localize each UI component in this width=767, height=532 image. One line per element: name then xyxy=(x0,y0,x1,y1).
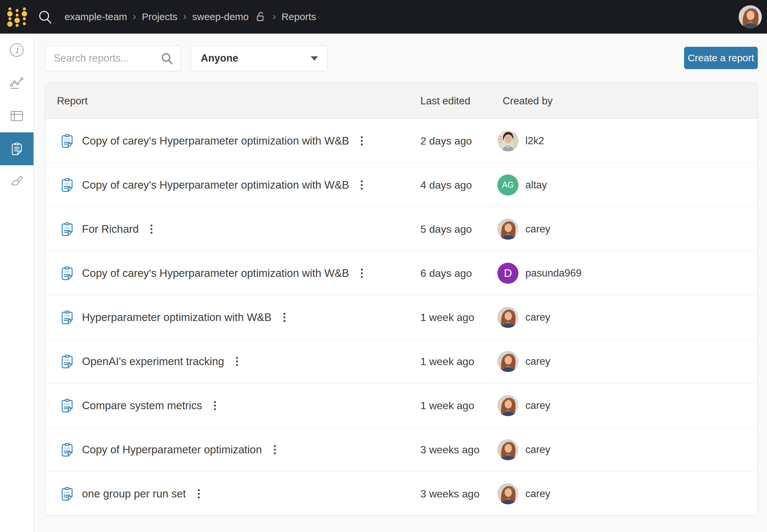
create-report-button[interactable]: Create a report xyxy=(684,47,758,69)
sidebar-item-sweeps[interactable] xyxy=(0,165,34,198)
table-row[interactable]: OpenAI's experiment tracking 1 week ago … xyxy=(45,339,757,384)
sidebar-item-overview[interactable]: i xyxy=(0,34,34,67)
table-row[interactable]: Copy of carey's Hyperparameter optimizat… xyxy=(45,163,757,207)
report-icon xyxy=(59,441,75,458)
column-header-last-edited: Last edited xyxy=(420,95,470,107)
last-edited-text: 6 days ago xyxy=(420,267,472,279)
chart-icon xyxy=(9,75,24,91)
report-icon xyxy=(59,221,75,237)
creator-avatar[interactable] xyxy=(497,307,518,328)
creator-avatar[interactable] xyxy=(497,130,518,151)
breadcrumb-separator: › xyxy=(183,11,187,21)
search-reports-box[interactable] xyxy=(45,45,181,71)
reports-toolbar: Anyone Create a report xyxy=(34,34,767,83)
creator-name[interactable]: l2k2 xyxy=(525,135,544,147)
report-title[interactable]: For Richard xyxy=(82,223,139,235)
creator-name[interactable]: carey xyxy=(525,311,550,323)
breadcrumb: example-team›Projects›sweep-demo ›Report… xyxy=(65,11,316,23)
breadcrumb-item-Projects[interactable]: Projects xyxy=(142,11,177,22)
table-row[interactable]: Hyperparameter optimization with W&B 1 w… xyxy=(45,295,757,339)
creator-avatar[interactable]: AG xyxy=(497,174,518,196)
kebab-menu-icon[interactable] xyxy=(357,178,366,192)
report-title[interactable]: Hyperparameter optimization with W&B xyxy=(82,311,272,324)
breadcrumb-item-example-team[interactable]: example-team xyxy=(65,11,127,22)
top-navbar: example-team›Projects›sweep-demo ›Report… xyxy=(0,0,767,34)
creator-name[interactable]: altay xyxy=(525,179,547,191)
breadcrumb-separator: › xyxy=(133,11,136,21)
report-title[interactable]: Copy of carey's Hyperparameter optimizat… xyxy=(82,267,349,279)
creator-filter-dropdown[interactable]: Anyone xyxy=(191,45,328,71)
report-title[interactable]: one group per run set xyxy=(82,488,186,500)
creator-avatar[interactable] xyxy=(497,219,518,240)
report-title[interactable]: Copy of Hyperparameter optimization xyxy=(82,443,262,456)
clipboard-icon xyxy=(9,141,24,156)
reports-table: Report Last edited Created by Copy of ca… xyxy=(45,83,758,516)
wandb-logo-icon[interactable] xyxy=(7,6,28,28)
creator-name[interactable]: carey xyxy=(525,356,550,367)
sidebar-item-table[interactable] xyxy=(0,99,34,132)
creator-name[interactable]: pasunda969 xyxy=(525,267,582,279)
report-icon xyxy=(59,397,75,414)
last-edited-text: 2 days ago xyxy=(420,135,472,147)
breadcrumb-item-Reports[interactable]: Reports xyxy=(281,11,316,22)
table-row[interactable]: one group per run set 3 weeks ago carey xyxy=(45,472,757,516)
kebab-menu-icon[interactable] xyxy=(147,222,156,236)
info-icon: i xyxy=(9,42,24,58)
creator-name[interactable]: carey xyxy=(525,223,550,235)
search-icon[interactable] xyxy=(38,9,53,24)
kebab-menu-icon[interactable] xyxy=(357,134,366,148)
sidebar-item-charts[interactable] xyxy=(0,67,34,99)
column-header-report: Report xyxy=(57,95,88,107)
unlock-icon xyxy=(255,11,267,23)
creator-avatar[interactable] xyxy=(497,439,518,460)
column-header-created-by: Created by xyxy=(503,95,553,107)
search-icon[interactable] xyxy=(160,52,173,65)
table-row[interactable]: Copy of carey's Hyperparameter optimizat… xyxy=(45,251,757,295)
breadcrumb-separator: › xyxy=(273,11,276,21)
table-row[interactable]: Copy of carey's Hyperparameter optimizat… xyxy=(45,119,757,163)
last-edited-text: 5 days ago xyxy=(420,223,472,235)
chevron-down-icon xyxy=(311,56,318,61)
svg-text:i: i xyxy=(15,44,19,55)
report-icon xyxy=(59,309,75,326)
creator-filter-value: Anyone xyxy=(201,52,238,64)
sidebar-item-reports[interactable] xyxy=(0,132,34,165)
kebab-menu-icon[interactable] xyxy=(271,442,279,457)
breadcrumb-item-sweep-demo[interactable]: sweep-demo xyxy=(192,11,249,22)
creator-avatar[interactable] xyxy=(497,395,518,416)
table-header: Report Last edited Created by xyxy=(45,83,757,119)
creator-avatar[interactable] xyxy=(497,351,518,372)
report-title[interactable]: Compare system metrics xyxy=(82,399,202,412)
table-row[interactable]: For Richard 5 days ago carey xyxy=(45,207,757,251)
kebab-menu-icon[interactable] xyxy=(233,354,241,369)
last-edited-text: 4 days ago xyxy=(420,179,472,191)
kebab-menu-icon[interactable] xyxy=(280,310,289,325)
last-edited-text: 1 week ago xyxy=(420,399,474,412)
report-icon xyxy=(59,177,75,193)
report-icon xyxy=(59,265,75,281)
last-edited-text: 1 week ago xyxy=(420,355,474,367)
creator-name[interactable]: carey xyxy=(525,444,550,456)
kebab-menu-icon[interactable] xyxy=(357,266,366,280)
creator-avatar[interactable] xyxy=(497,483,518,504)
report-icon xyxy=(59,486,75,502)
broom-icon xyxy=(9,174,24,189)
table-row[interactable]: Copy of Hyperparameter optimization 3 we… xyxy=(45,428,757,472)
user-avatar[interactable] xyxy=(739,5,762,28)
table-row[interactable]: Compare system metrics 1 week ago carey xyxy=(45,384,757,428)
creator-name[interactable]: carey xyxy=(525,488,550,500)
report-title[interactable]: Copy of carey's Hyperparameter optimizat… xyxy=(82,135,349,147)
search-reports-input[interactable] xyxy=(54,52,160,64)
table-icon xyxy=(9,108,24,123)
creator-avatar[interactable]: D xyxy=(497,263,518,284)
main-content: Anyone Create a report Report Last edite… xyxy=(34,34,767,532)
last-edited-text: 3 weeks ago xyxy=(420,443,480,456)
kebab-menu-icon[interactable] xyxy=(195,487,203,501)
table-body: Copy of carey's Hyperparameter optimizat… xyxy=(45,119,757,516)
kebab-menu-icon[interactable] xyxy=(211,398,219,413)
report-title[interactable]: Copy of carey's Hyperparameter optimizat… xyxy=(82,179,349,191)
report-title[interactable]: OpenAI's experiment tracking xyxy=(82,355,224,368)
report-icon xyxy=(59,353,75,370)
last-edited-text: 1 week ago xyxy=(420,311,474,323)
creator-name[interactable]: carey xyxy=(525,400,550,412)
